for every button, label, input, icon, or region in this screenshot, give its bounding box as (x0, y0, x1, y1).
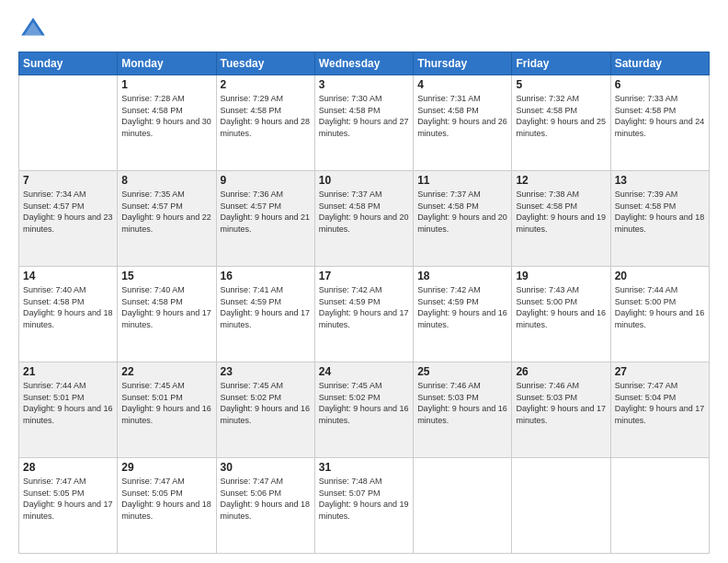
sunrise-label: Sunrise: 7:46 AM (516, 381, 579, 390)
calendar-cell: 12 Sunrise: 7:38 AM Sunset: 4:58 PM Dayl… (512, 171, 610, 267)
calendar-cell: 18 Sunrise: 7:42 AM Sunset: 4:59 PM Dayl… (414, 267, 512, 362)
sunrise-label: Sunrise: 7:45 AM (319, 381, 382, 390)
day-number: 11 (417, 174, 507, 187)
day-number: 31 (319, 461, 409, 474)
day-number: 5 (516, 78, 606, 91)
calendar-cell: 30 Sunrise: 7:47 AM Sunset: 5:06 PM Dayl… (216, 458, 314, 554)
sunset-label: Sunset: 5:07 PM (319, 488, 381, 498)
day-number: 2 (221, 78, 311, 91)
daylight-label: Daylight: 9 hours and 16 minutes. (615, 308, 705, 329)
day-info: Sunrise: 7:34 AM Sunset: 4:57 PM Dayligh… (23, 189, 113, 235)
sunset-label: Sunset: 5:06 PM (221, 488, 282, 498)
sunrise-label: Sunrise: 7:29 AM (221, 94, 284, 103)
daylight-label: Daylight: 9 hours and 30 minutes. (121, 117, 211, 138)
day-info: Sunrise: 7:48 AM Sunset: 5:07 PM Dayligh… (319, 476, 409, 522)
daylight-label: Daylight: 9 hours and 20 minutes. (417, 213, 507, 234)
day-number: 27 (615, 365, 705, 378)
daylight-label: Daylight: 9 hours and 17 minutes. (615, 404, 705, 425)
day-info: Sunrise: 7:46 AM Sunset: 5:03 PM Dayligh… (417, 380, 507, 426)
logo (18, 15, 51, 44)
day-info: Sunrise: 7:37 AM Sunset: 4:58 PM Dayligh… (319, 189, 409, 235)
weekday-header-wednesday: Wednesday (314, 52, 413, 75)
calendar-cell: 5 Sunrise: 7:32 AM Sunset: 4:58 PM Dayli… (512, 75, 610, 171)
day-number: 25 (417, 365, 507, 378)
day-number: 8 (121, 174, 211, 187)
sunrise-label: Sunrise: 7:44 AM (615, 285, 678, 294)
daylight-label: Daylight: 9 hours and 19 minutes. (516, 213, 606, 234)
day-number: 4 (417, 78, 507, 91)
daylight-label: Daylight: 9 hours and 17 minutes. (23, 500, 113, 521)
calendar-cell: 31 Sunrise: 7:48 AM Sunset: 5:07 PM Dayl… (314, 458, 413, 554)
day-info: Sunrise: 7:33 AM Sunset: 4:58 PM Dayligh… (615, 93, 705, 139)
calendar-cell (19, 75, 118, 171)
calendar-cell: 10 Sunrise: 7:37 AM Sunset: 4:58 PM Dayl… (314, 171, 413, 267)
sunrise-label: Sunrise: 7:33 AM (615, 94, 678, 103)
daylight-label: Daylight: 9 hours and 18 minutes. (23, 308, 113, 329)
daylight-label: Daylight: 9 hours and 24 minutes. (615, 117, 705, 138)
day-info: Sunrise: 7:38 AM Sunset: 4:58 PM Dayligh… (516, 189, 606, 235)
sunset-label: Sunset: 5:00 PM (615, 297, 677, 306)
day-number: 17 (319, 270, 409, 282)
calendar-cell: 16 Sunrise: 7:41 AM Sunset: 4:59 PM Dayl… (216, 267, 314, 362)
sunset-label: Sunset: 4:58 PM (319, 201, 381, 211)
daylight-label: Daylight: 9 hours and 20 minutes. (319, 213, 409, 234)
calendar-cell: 26 Sunrise: 7:46 AM Sunset: 5:03 PM Dayl… (512, 362, 610, 458)
calendar-cell (414, 458, 512, 554)
day-number: 21 (23, 365, 113, 378)
daylight-label: Daylight: 9 hours and 17 minutes. (319, 308, 409, 329)
day-info: Sunrise: 7:39 AM Sunset: 4:58 PM Dayligh… (615, 189, 705, 235)
day-number: 22 (121, 365, 211, 378)
day-info: Sunrise: 7:43 AM Sunset: 5:00 PM Dayligh… (516, 284, 606, 330)
daylight-label: Daylight: 9 hours and 17 minutes. (516, 404, 606, 425)
sunrise-label: Sunrise: 7:36 AM (221, 190, 284, 199)
day-info: Sunrise: 7:46 AM Sunset: 5:03 PM Dayligh… (516, 380, 606, 426)
calendar-row-1: 7 Sunrise: 7:34 AM Sunset: 4:57 PM Dayli… (19, 171, 710, 267)
calendar-cell: 8 Sunrise: 7:35 AM Sunset: 4:57 PM Dayli… (118, 171, 216, 267)
sunrise-label: Sunrise: 7:48 AM (319, 477, 382, 486)
sunset-label: Sunset: 5:04 PM (615, 393, 677, 402)
weekday-header-row: SundayMondayTuesdayWednesdayThursdayFrid… (19, 52, 710, 75)
day-number: 9 (221, 174, 311, 187)
day-number: 29 (121, 461, 211, 474)
sunset-label: Sunset: 5:03 PM (516, 393, 577, 402)
daylight-label: Daylight: 9 hours and 16 minutes. (417, 404, 507, 425)
sunrise-label: Sunrise: 7:47 AM (615, 381, 678, 390)
day-number: 6 (615, 78, 705, 91)
sunset-label: Sunset: 4:58 PM (615, 201, 677, 211)
calendar-table: SundayMondayTuesdayWednesdayThursdayFrid… (18, 52, 710, 554)
sunset-label: Sunset: 4:58 PM (121, 106, 183, 115)
day-number: 1 (121, 78, 211, 91)
calendar-cell: 21 Sunrise: 7:44 AM Sunset: 5:01 PM Dayl… (19, 362, 118, 458)
calendar-cell: 11 Sunrise: 7:37 AM Sunset: 4:58 PM Dayl… (414, 171, 512, 267)
sunrise-label: Sunrise: 7:37 AM (417, 190, 481, 199)
sunrise-label: Sunrise: 7:37 AM (319, 190, 382, 199)
calendar-cell: 23 Sunrise: 7:45 AM Sunset: 5:02 PM Dayl… (216, 362, 314, 458)
weekday-header-sunday: Sunday (19, 52, 118, 75)
day-info: Sunrise: 7:42 AM Sunset: 4:59 PM Dayligh… (417, 284, 507, 330)
sunrise-label: Sunrise: 7:43 AM (516, 285, 579, 294)
day-info: Sunrise: 7:37 AM Sunset: 4:58 PM Dayligh… (417, 189, 507, 235)
calendar-cell: 9 Sunrise: 7:36 AM Sunset: 4:57 PM Dayli… (216, 171, 314, 267)
day-info: Sunrise: 7:35 AM Sunset: 4:57 PM Dayligh… (121, 189, 211, 235)
calendar-cell: 17 Sunrise: 7:42 AM Sunset: 4:59 PM Dayl… (314, 267, 413, 362)
sunset-label: Sunset: 4:58 PM (221, 106, 282, 115)
calendar-cell (512, 458, 610, 554)
day-info: Sunrise: 7:47 AM Sunset: 5:06 PM Dayligh… (221, 476, 311, 522)
day-info: Sunrise: 7:29 AM Sunset: 4:58 PM Dayligh… (221, 93, 311, 139)
calendar-cell: 19 Sunrise: 7:43 AM Sunset: 5:00 PM Dayl… (512, 267, 610, 362)
day-info: Sunrise: 7:44 AM Sunset: 5:01 PM Dayligh… (23, 380, 113, 426)
sunrise-label: Sunrise: 7:45 AM (121, 381, 185, 390)
day-number: 28 (23, 461, 113, 474)
day-info: Sunrise: 7:45 AM Sunset: 5:01 PM Dayligh… (121, 380, 211, 426)
calendar-row-0: 1 Sunrise: 7:28 AM Sunset: 4:58 PM Dayli… (19, 75, 710, 171)
sunrise-label: Sunrise: 7:31 AM (417, 94, 481, 103)
day-number: 18 (417, 270, 507, 282)
daylight-label: Daylight: 9 hours and 16 minutes. (516, 308, 606, 329)
day-info: Sunrise: 7:30 AM Sunset: 4:58 PM Dayligh… (319, 93, 409, 139)
day-number: 15 (121, 270, 211, 282)
day-info: Sunrise: 7:36 AM Sunset: 4:57 PM Dayligh… (221, 189, 311, 235)
daylight-label: Daylight: 9 hours and 16 minutes. (221, 404, 311, 425)
daylight-label: Daylight: 9 hours and 25 minutes. (516, 117, 606, 138)
sunrise-label: Sunrise: 7:42 AM (417, 285, 481, 294)
daylight-label: Daylight: 9 hours and 23 minutes. (23, 213, 113, 234)
